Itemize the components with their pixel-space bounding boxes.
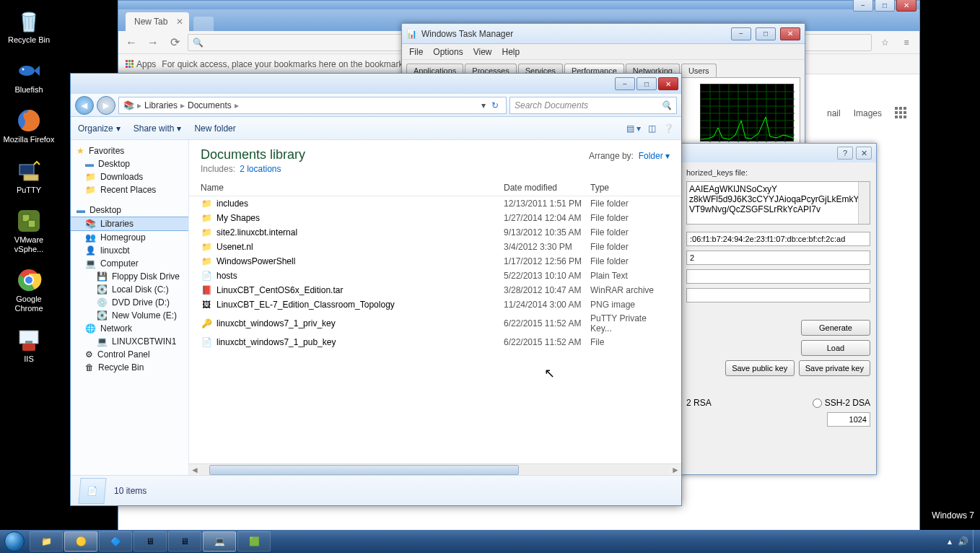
taskbar-app3[interactable]: 🖥 xyxy=(168,531,201,552)
col-name[interactable]: Name xyxy=(201,183,504,193)
view-options-button[interactable]: ▤ ▾ xyxy=(626,123,641,134)
apps-shortcut[interactable]: Apps xyxy=(126,59,156,69)
includes-link[interactable]: 2 locations xyxy=(240,164,281,174)
nav-recent[interactable]: 📁Recent Places xyxy=(71,183,188,196)
comment-field[interactable] xyxy=(686,251,870,265)
breadcrumb-documents[interactable]: Documents xyxy=(188,100,232,110)
desktop-icon-putty[interactable]: PuTTY xyxy=(0,154,58,198)
taskbar-app5[interactable]: 🟩 xyxy=(237,531,271,552)
nav-computer[interactable]: 💻Computer xyxy=(71,257,188,270)
save-public-key-button[interactable]: Save public key xyxy=(725,360,795,376)
file-row[interactable]: 📁site2.linuxcbt.internal9/13/2012 10:35 … xyxy=(189,225,681,240)
share-with-button[interactable]: Share with ▾ xyxy=(134,123,182,134)
menu-view[interactable]: View xyxy=(473,47,492,57)
desktop-icon-bluefish[interactable]: Bluefish xyxy=(0,53,58,97)
file-row[interactable]: 📁My Shapes1/27/2014 12:04 AMFile folder xyxy=(189,211,681,225)
nav-dvd[interactable]: 💿DVD Drive (D:) xyxy=(71,296,188,309)
close-button[interactable]: ✕ xyxy=(896,0,916,12)
nav-libraries[interactable]: 📚Libraries xyxy=(71,217,188,231)
chrome-menu-button[interactable]: ≡ xyxy=(898,34,915,51)
show-desktop-button[interactable] xyxy=(973,530,980,553)
nav-desktop[interactable]: ▬Desktop xyxy=(71,157,188,170)
tray-arrow-icon[interactable]: ▴ xyxy=(948,536,952,547)
nav-floppy[interactable]: 💾Floppy Disk Drive xyxy=(71,270,188,283)
breadcrumb-bar[interactable]: 📚 ▸ Libraries ▸ Documents ▸ ▾ ↻ xyxy=(118,97,507,114)
nav-network[interactable]: 🌐Network xyxy=(71,322,188,335)
gmail-link[interactable]: nail xyxy=(827,108,841,118)
forward-button[interactable]: → xyxy=(144,34,162,51)
desktop-icon-chrome[interactable]: Google Chrome xyxy=(0,263,58,316)
taskbar-app1[interactable]: 🔷 xyxy=(99,531,132,552)
reload-button[interactable]: ⟳ xyxy=(166,34,183,51)
menu-options[interactable]: Options xyxy=(433,47,463,57)
file-row[interactable]: 📁Usenet.nl3/4/2012 3:30 PMFile folder xyxy=(189,240,681,254)
bookmark-star-icon[interactable]: ☆ xyxy=(876,34,893,51)
file-row[interactable]: 📁includes12/13/2011 1:51 PMFile folder xyxy=(189,196,681,211)
nav-desktop-root[interactable]: ▬Desktop xyxy=(71,204,188,217)
scrollbar[interactable] xyxy=(858,182,870,224)
menu-help[interactable]: Help xyxy=(502,47,520,57)
google-apps-icon[interactable] xyxy=(895,107,908,120)
dropdown-icon[interactable]: ▾ xyxy=(481,100,486,110)
puttygen-title-bar[interactable]: ? ✕ xyxy=(681,144,876,162)
nav-network-host[interactable]: 💻LINUXCBTWIN1 xyxy=(71,335,188,348)
preview-pane-button[interactable]: ◫ xyxy=(648,123,656,134)
ssh2-dsa-radio[interactable]: SSH-2 DSA xyxy=(813,398,870,408)
save-private-key-button[interactable]: Save private key xyxy=(799,360,870,376)
browser-tab[interactable]: New Tab ✕ xyxy=(126,12,189,31)
fingerprint-field[interactable] xyxy=(686,232,870,246)
file-row[interactable]: 🔑linuxcbt_windows7_1_priv_key6/22/2015 1… xyxy=(189,312,681,335)
desktop-icon-recycle-bin[interactable]: Recycle Bin xyxy=(0,4,58,48)
confirm-passphrase-field[interactable] xyxy=(686,288,870,302)
taskbar-chrome[interactable]: 🟡 xyxy=(64,531,97,552)
maximize-button[interactable]: □ xyxy=(756,27,776,40)
file-row[interactable]: 📁WindowsPowerShell1/17/2012 12:56 PMFile… xyxy=(189,254,681,269)
close-button[interactable]: ✕ xyxy=(658,77,678,90)
ssh2-rsa-radio[interactable]: 2 RSA xyxy=(686,398,712,408)
task-manager-title-bar[interactable]: 📊 Windows Task Manager − □ ✕ xyxy=(402,24,805,44)
maximize-button[interactable]: □ xyxy=(875,0,895,12)
back-button[interactable]: ◄ xyxy=(75,96,94,115)
taskbar-explorer[interactable]: 📁 xyxy=(30,531,63,552)
nav-user[interactable]: 👤linuxcbt xyxy=(71,244,188,257)
refresh-icon[interactable]: ↻ xyxy=(489,100,502,110)
nav-controlpanel[interactable]: ⚙Control Panel xyxy=(71,348,188,361)
nav-homegroup[interactable]: 👥Homegroup xyxy=(71,231,188,244)
explorer-title-bar[interactable]: − □ ✕ xyxy=(71,74,681,94)
file-row[interactable]: 📄linuxcbt_windows7_1_pub_key6/22/2015 11… xyxy=(189,335,681,349)
tab-users[interactable]: Users xyxy=(681,64,717,77)
minimize-button[interactable]: − xyxy=(615,77,635,90)
nav-favorites[interactable]: ★Favorites xyxy=(71,144,188,157)
desktop-icon-vmware[interactable]: VMware vSphe... xyxy=(0,204,58,257)
nav-downloads[interactable]: 📁Downloads xyxy=(71,170,188,183)
search-box[interactable]: Search Documents 🔍 xyxy=(509,97,677,114)
new-tab-button[interactable] xyxy=(193,17,214,31)
chrome-title-bar[interactable]: − □ ✕ xyxy=(118,1,919,9)
horizontal-scrollbar[interactable]: ◄ ► xyxy=(189,463,681,475)
key-bits-field[interactable] xyxy=(827,412,870,427)
organize-button[interactable]: Organize ▾ xyxy=(78,123,121,134)
file-row[interactable]: 📄hosts5/22/2013 10:10 AMPlain Text xyxy=(189,269,681,283)
file-row[interactable]: 📕LinuxCBT_CentOS6x_Edition.tar3/28/2012 … xyxy=(189,283,681,297)
images-link[interactable]: Images xyxy=(854,108,882,118)
passphrase-field[interactable] xyxy=(686,269,870,284)
nav-recyclebin[interactable]: 🗑Recycle Bin xyxy=(71,361,188,374)
tray-icon[interactable]: 🔊 xyxy=(958,536,968,547)
tab-close-icon[interactable]: ✕ xyxy=(176,17,183,27)
menu-file[interactable]: File xyxy=(409,47,423,57)
close-button[interactable]: ✕ xyxy=(856,147,872,160)
close-button[interactable]: ✕ xyxy=(780,27,800,40)
help-button[interactable]: ? xyxy=(837,147,853,160)
help-button[interactable]: ❔ xyxy=(663,123,674,134)
load-button[interactable]: Load xyxy=(801,340,870,356)
new-folder-button[interactable]: New folder xyxy=(194,123,235,134)
taskbar-app2[interactable]: 🖥 xyxy=(134,531,167,552)
desktop-icon-iis[interactable]: IIS xyxy=(0,323,58,367)
scrollbar-thumb[interactable] xyxy=(209,465,519,475)
forward-button[interactable]: ► xyxy=(97,96,115,115)
start-button[interactable] xyxy=(0,530,29,553)
public-key-textarea[interactable]: AAIEAgWKlJNSoCxyY z8kWFl5d9J6K3cCYYJAioq… xyxy=(686,181,870,225)
generate-button[interactable]: Generate xyxy=(801,320,870,336)
back-button[interactable]: ← xyxy=(123,34,140,51)
maximize-button[interactable]: □ xyxy=(636,77,657,90)
